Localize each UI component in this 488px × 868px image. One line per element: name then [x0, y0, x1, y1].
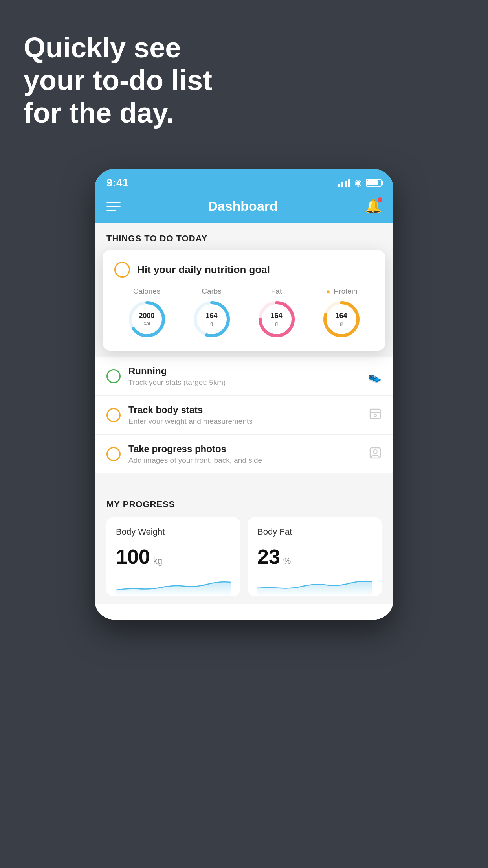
- star-icon: ★: [325, 287, 331, 296]
- progress-cards: Body Weight 100 kg: [106, 517, 382, 596]
- nutrition-card-title: Hit your daily nutrition goal: [137, 264, 270, 276]
- body-weight-unit: kg: [153, 556, 162, 566]
- body-stats-text: Track body stats Enter your weight and m…: [128, 405, 361, 426]
- nutrition-checkbox[interactable]: [114, 262, 130, 278]
- todo-item-progress-photos[interactable]: Take progress photos Add images of your …: [95, 435, 393, 473]
- phone-mockup: 9:41 ◉ Dashboard 🔔: [95, 169, 393, 620]
- nutrition-card-header: Hit your daily nutrition goal: [114, 262, 374, 278]
- notification-dot: [378, 197, 382, 202]
- progress-photos-subtitle: Add images of your front, back, and side: [128, 456, 361, 465]
- progress-section-title: MY PROGRESS: [106, 499, 382, 509]
- status-icons: ◉: [338, 178, 382, 188]
- macro-fat: Fat 164 g: [257, 287, 296, 339]
- bottom-padding: [95, 604, 393, 620]
- app-header: Dashboard 🔔: [95, 191, 393, 223]
- body-weight-card-title: Body Weight: [116, 527, 231, 537]
- calories-ring: 2000 cal: [127, 300, 167, 339]
- carbs-label: Carbs: [202, 287, 222, 296]
- body-weight-chart: [116, 576, 231, 596]
- running-subtitle: Track your stats (target: 5km): [128, 378, 360, 387]
- body-weight-card[interactable]: Body Weight 100 kg: [106, 517, 240, 596]
- body-fat-value: 23 %: [257, 545, 372, 568]
- body-weight-value: 100 kg: [116, 545, 231, 568]
- todo-item-body-stats[interactable]: Track body stats Enter your weight and m…: [95, 396, 393, 435]
- macro-protein: ★ Protein 164 g: [322, 287, 361, 339]
- protein-value: 164 g: [335, 312, 347, 326]
- notification-bell-button[interactable]: 🔔: [365, 198, 382, 214]
- body-fat-card-title: Body Fat: [257, 527, 372, 537]
- protein-label: ★ Protein: [325, 287, 357, 296]
- calories-label: Calories: [133, 287, 161, 296]
- calories-value: 2000 cal: [139, 312, 154, 326]
- hamburger-menu-button[interactable]: [106, 202, 121, 211]
- protein-ring: 164 g: [322, 300, 361, 339]
- app-content: THINGS TO DO TODAY Hit your daily nutrit…: [95, 223, 393, 620]
- progress-photos-title: Take progress photos: [128, 443, 361, 454]
- scale-icon: [369, 408, 382, 423]
- body-stats-checkbox[interactable]: [106, 408, 121, 422]
- person-icon: [369, 447, 382, 462]
- status-bar: 9:41 ◉: [95, 169, 393, 191]
- body-weight-number: 100: [116, 545, 150, 568]
- running-title: Running: [128, 366, 360, 377]
- status-time: 9:41: [106, 177, 128, 189]
- nutrition-card[interactable]: Hit your daily nutrition goal Calories 2…: [103, 250, 385, 351]
- macro-calories: Calories 2000 cal: [127, 287, 167, 339]
- macros-row: Calories 2000 cal Carbs: [114, 287, 374, 339]
- wifi-icon: ◉: [354, 178, 362, 188]
- body-fat-unit: %: [283, 556, 291, 566]
- signal-icon: [338, 178, 350, 187]
- fat-value: 164 g: [270, 312, 282, 326]
- carbs-ring: 164 g: [192, 300, 231, 339]
- shoe-icon: 👟: [368, 370, 382, 383]
- carbs-value: 164 g: [205, 312, 217, 326]
- body-stats-subtitle: Enter your weight and measurements: [128, 417, 361, 426]
- spacer: [95, 473, 393, 485]
- todo-list: Running Track your stats (target: 5km) 👟…: [95, 357, 393, 473]
- running-checkbox[interactable]: [106, 369, 121, 383]
- fat-label: Fat: [271, 287, 282, 296]
- svg-point-12: [373, 450, 377, 454]
- hero-text: Quickly see your to-do list for the day.: [24, 31, 212, 129]
- battery-icon: [366, 179, 382, 187]
- body-fat-number: 23: [257, 545, 280, 568]
- progress-photos-checkbox[interactable]: [106, 447, 121, 461]
- body-fat-chart: [257, 576, 372, 596]
- progress-photos-text: Take progress photos Add images of your …: [128, 443, 361, 465]
- body-fat-card[interactable]: Body Fat 23 %: [248, 517, 382, 596]
- header-title: Dashboard: [208, 199, 278, 214]
- svg-point-10: [374, 414, 376, 417]
- section-title-things-to-do: THINGS TO DO TODAY: [106, 234, 207, 243]
- macro-carbs: Carbs 164 g: [192, 287, 231, 339]
- things-to-do-header: THINGS TO DO TODAY: [95, 223, 393, 250]
- todo-item-running[interactable]: Running Track your stats (target: 5km) 👟: [95, 357, 393, 396]
- fat-ring: 164 g: [257, 300, 296, 339]
- my-progress-section: MY PROGRESS Body Weight 100 kg: [95, 485, 393, 604]
- running-text: Running Track your stats (target: 5km): [128, 366, 360, 387]
- body-stats-title: Track body stats: [128, 405, 361, 416]
